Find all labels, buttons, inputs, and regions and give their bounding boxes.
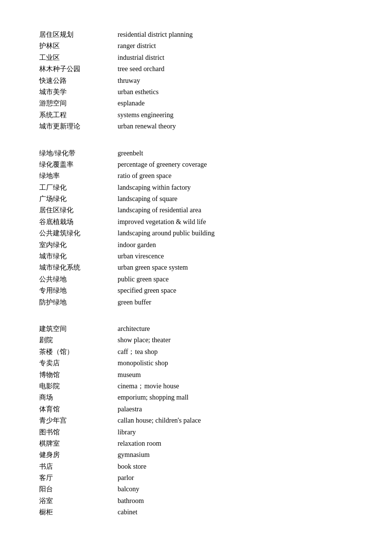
chinese-term: 绿化覆盖率 [39,159,118,170]
chinese-term: 防护绿地 [39,297,118,308]
entry-row: 电影院cinema；movie house [39,381,353,392]
section-section2: 绿地/绿化带greenbelt绿化覆盖率percentage of greene… [39,148,353,308]
entry-row: 居住区规划residential district planning [39,29,353,40]
english-term: ratio of green space [118,171,353,181]
chinese-term: 客厅 [39,473,118,483]
english-term: gymnasium [118,450,353,460]
english-term: balcony [118,484,353,495]
chinese-term: 林木种子公园 [39,64,118,75]
entry-row: 客厅parlor [39,473,353,483]
entry-row: 城市更新理论urban renewal theory [39,121,353,132]
english-term: ranger district [118,41,353,51]
english-term: urban renewal theory [118,121,353,132]
chinese-term: 城市绿化系统 [39,262,118,273]
chinese-term: 体育馆 [39,404,118,415]
entry-row: 专卖店monopolistic shop [39,358,353,369]
entry-row: 公共建筑绿化landscaping around public building [39,228,353,239]
english-term: esplanade [118,98,353,109]
chinese-term: 绿地率 [39,171,118,181]
entry-row: 图书馆library [39,427,353,438]
english-term: library [118,427,353,438]
chinese-term: 专用绿地 [39,285,118,296]
chinese-term: 室内绿化 [39,240,118,251]
chinese-term: 谷底植栽场 [39,217,118,227]
chinese-term: 电影院 [39,381,118,392]
chinese-term: 工厂绿化 [39,182,118,193]
entry-row: 健身房gymnasium [39,450,353,460]
english-term: monopolistic shop [118,358,353,369]
chinese-term: 公共建筑绿化 [39,228,118,239]
english-term: caff；tea shop [118,347,353,357]
english-term: bathroom [118,496,353,506]
entry-row: 青少年宫callan house; children's palace [39,415,353,426]
english-term: green buffer [118,297,353,308]
english-term: landscaping of residential area [118,205,353,216]
english-term: palaestra [118,404,353,415]
entry-row: 专用绿地specified green space [39,285,353,296]
entry-row: 广场绿化landscaping of square [39,194,353,204]
entry-row: 体育馆palaestra [39,404,353,415]
chinese-term: 护林区 [39,41,118,51]
entry-row: 快速公路thruway [39,76,353,86]
english-term: industrial district [118,52,353,63]
chinese-term: 居住区规划 [39,29,118,40]
entry-row: 居住区绿化landscaping of residential area [39,205,353,216]
chinese-term: 公共绿地 [39,274,118,285]
english-term: landscaping around public building [118,228,353,239]
entry-row: 工厂绿化landscaping within factory [39,182,353,193]
entry-row: 阳台balcony [39,484,353,495]
english-term: cabinet [118,507,353,518]
entry-row: 游憩空间esplanade [39,98,353,109]
english-term: improved vegetation & wild life [118,217,353,227]
english-term: museum [118,370,353,380]
english-term: show place; theater [118,335,353,346]
english-term: urban virescence [118,251,353,262]
english-term: emporium; shopping mall [118,392,353,403]
entry-row: 建筑空间architecture [39,324,353,334]
entry-row: 书店book store [39,461,353,472]
entry-row: 棋牌室relaxation room [39,438,353,449]
entry-row: 浴室bathroom [39,496,353,506]
entry-row: 工业区industrial district [39,52,353,63]
chinese-term: 橱柜 [39,507,118,518]
entry-row: 林木种子公园tree seed orchard [39,64,353,75]
chinese-term: 城市美学 [39,87,118,98]
english-term: residential district planning [118,29,353,40]
english-term: callan house; children's palace [118,415,353,426]
chinese-term: 建筑空间 [39,324,118,334]
chinese-term: 系统工程 [39,110,118,121]
entry-row: 城市绿化系统urban green space system [39,262,353,273]
english-term: landscaping of square [118,194,353,204]
entry-row: 系统工程systems engineering [39,110,353,121]
english-term: parlor [118,473,353,483]
chinese-term: 商场 [39,392,118,403]
english-term: cinema；movie house [118,381,353,392]
entry-row: 橱柜cabinet [39,507,353,518]
entry-row: 茶楼（馆）caff；tea shop [39,347,353,357]
english-term: systems engineering [118,110,353,121]
english-term: urban esthetics [118,87,353,98]
english-term: greenbelt [118,148,353,159]
section-section1: 居住区规划residential district planning护林区ran… [39,29,353,132]
chinese-term: 居住区绿化 [39,205,118,216]
chinese-term: 广场绿化 [39,194,118,204]
chinese-term: 城市绿化 [39,251,118,262]
chinese-term: 城市更新理论 [39,121,118,132]
chinese-term: 阳台 [39,484,118,495]
entry-row: 护林区ranger district [39,41,353,51]
entry-row: 谷底植栽场improved vegetation & wild life [39,217,353,227]
entry-row: 室内绿化indoor garden [39,240,353,251]
entry-row: 剧院show place; theater [39,335,353,346]
english-term: architecture [118,324,353,334]
chinese-term: 专卖店 [39,358,118,369]
english-term: indoor garden [118,240,353,251]
english-term: thruway [118,76,353,86]
entry-row: 绿地率ratio of green space [39,171,353,181]
chinese-term: 快速公路 [39,76,118,86]
entry-row: 绿化覆盖率percentage of greenery coverage [39,159,353,170]
content: 居住区规划residential district planning护林区ran… [39,29,353,518]
chinese-term: 游憩空间 [39,98,118,109]
chinese-term: 剧院 [39,335,118,346]
entry-row: 城市绿化urban virescence [39,251,353,262]
english-term: book store [118,461,353,472]
